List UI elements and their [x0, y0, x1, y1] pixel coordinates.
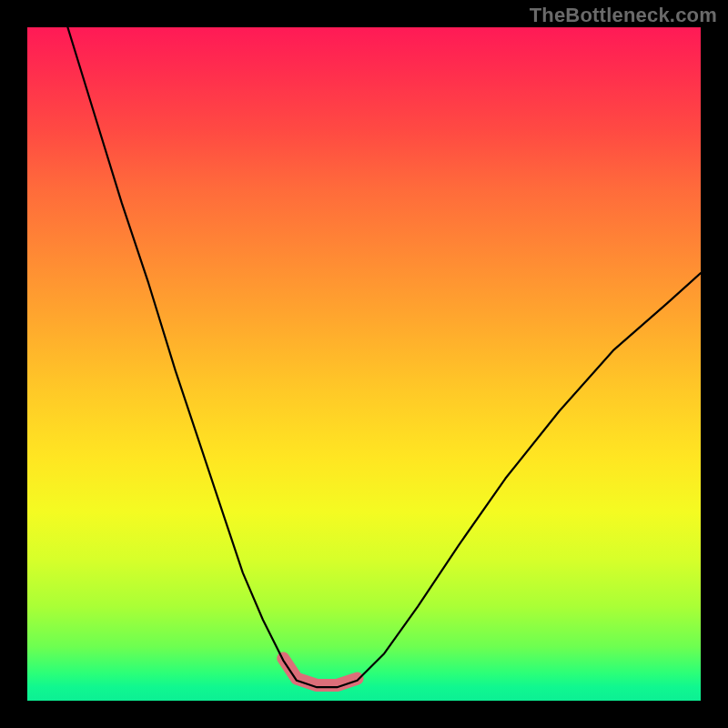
valley-highlight-band — [283, 658, 357, 685]
chart-frame: TheBottleneck.com — [0, 0, 728, 728]
curve-layer — [27, 27, 701, 701]
plot-area — [27, 27, 701, 701]
bottleneck-curve — [67, 27, 701, 687]
watermark-text: TheBottleneck.com — [530, 4, 717, 27]
